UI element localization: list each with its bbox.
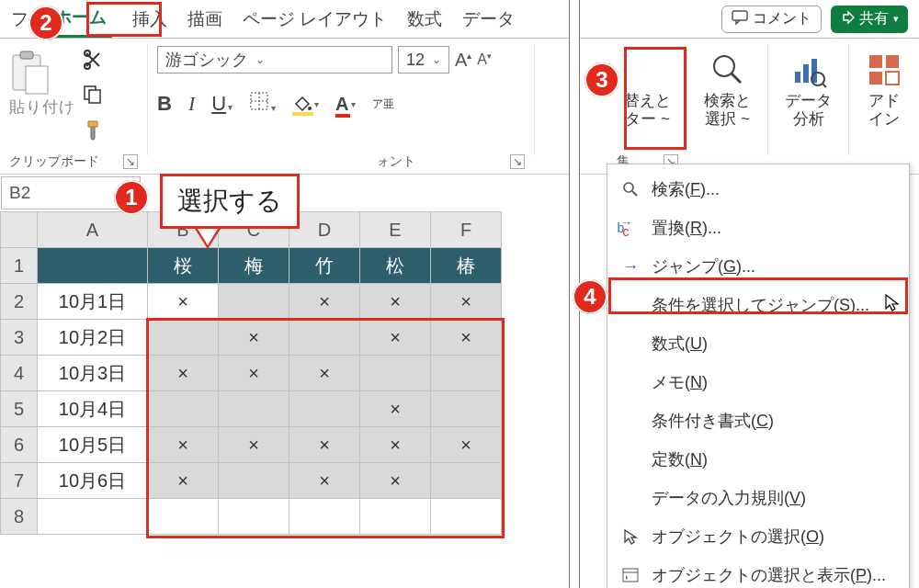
cell[interactable]: 椿 bbox=[431, 248, 502, 284]
cell[interactable]: 10月6日 bbox=[38, 463, 148, 499]
underline-button[interactable]: U▾ bbox=[211, 92, 233, 116]
cell[interactable]: × bbox=[289, 427, 360, 463]
bold-button[interactable]: B bbox=[157, 92, 172, 116]
cell[interactable] bbox=[360, 356, 431, 391]
row-header[interactable]: 4 bbox=[1, 356, 38, 391]
menu-notes[interactable]: メモ(N) bbox=[607, 363, 909, 401]
cell[interactable]: × bbox=[360, 391, 431, 427]
menu-selection-pane[interactable]: オブジェクトの選択と表示(P)... bbox=[607, 556, 909, 588]
menu-data-validation[interactable]: データの入力規則(V) bbox=[607, 479, 909, 517]
share-button[interactable]: 共有 ▾ bbox=[831, 6, 908, 33]
cell[interactable] bbox=[38, 499, 148, 535]
cell[interactable]: × bbox=[289, 284, 360, 320]
cell[interactable]: × bbox=[148, 463, 219, 499]
cell[interactable]: 10月4日 bbox=[38, 391, 148, 427]
cell[interactable]: 10月3日 bbox=[38, 356, 148, 391]
cell[interactable] bbox=[219, 463, 289, 499]
cell[interactable]: × bbox=[148, 356, 219, 391]
italic-button[interactable]: I bbox=[188, 92, 195, 116]
cell[interactable]: × bbox=[360, 284, 431, 320]
row-header[interactable]: 5 bbox=[1, 391, 38, 427]
cell[interactable] bbox=[289, 320, 360, 356]
format-painter-button[interactable] bbox=[83, 119, 103, 147]
find-select-button[interactable]: 検索と選択 ~ bbox=[697, 46, 758, 130]
col-header[interactable]: A bbox=[38, 212, 148, 248]
tab-data[interactable]: データ bbox=[462, 0, 515, 38]
cell[interactable]: × bbox=[360, 427, 431, 463]
cell[interactable]: × bbox=[219, 356, 289, 391]
cell[interactable]: 竹 bbox=[289, 248, 360, 284]
cell[interactable] bbox=[38, 248, 148, 284]
cell[interactable] bbox=[431, 499, 502, 535]
cell[interactable]: × bbox=[360, 320, 431, 356]
cell[interactable]: × bbox=[360, 463, 431, 499]
cell[interactable]: × bbox=[219, 320, 289, 356]
row-header[interactable]: 1 bbox=[1, 248, 38, 284]
cut-button[interactable] bbox=[83, 50, 103, 75]
phonetic-button[interactable]: ア亜 bbox=[372, 98, 394, 109]
cell[interactable]: 松 bbox=[360, 248, 431, 284]
col-header[interactable]: D bbox=[289, 212, 360, 248]
cell[interactable]: 10月1日 bbox=[38, 284, 148, 320]
copy-button[interactable] bbox=[83, 85, 103, 110]
cell[interactable] bbox=[431, 463, 502, 499]
cell[interactable]: × bbox=[431, 427, 502, 463]
cell[interactable]: × bbox=[289, 463, 360, 499]
cell[interactable] bbox=[289, 391, 360, 427]
clipboard-launcher[interactable]: ↘ bbox=[123, 154, 138, 169]
col-header[interactable]: E bbox=[360, 212, 431, 248]
row-header[interactable]: 3 bbox=[1, 320, 38, 356]
cell[interactable]: × bbox=[431, 320, 502, 356]
font-color-button[interactable]: A ▾ bbox=[335, 94, 355, 115]
cell[interactable] bbox=[148, 391, 219, 427]
cell[interactable] bbox=[431, 391, 502, 427]
comments-button[interactable]: コメント bbox=[721, 6, 822, 33]
cell[interactable]: × bbox=[219, 427, 289, 463]
row-header[interactable]: 8 bbox=[1, 499, 38, 535]
sort-filter-button[interactable]: 替えとター ~ bbox=[617, 86, 678, 130]
cell[interactable]: × bbox=[148, 427, 219, 463]
cell[interactable] bbox=[431, 356, 502, 391]
cell[interactable] bbox=[360, 499, 431, 535]
brush-icon bbox=[83, 119, 103, 141]
font-size-combo[interactable]: 12 ⌄ bbox=[398, 46, 449, 74]
menu-select-objects[interactable]: オブジェクトの選択(O) bbox=[607, 517, 909, 556]
shrink-font-button[interactable]: A▾ bbox=[477, 51, 492, 68]
menu-find[interactable]: 検索(F)... bbox=[607, 170, 909, 209]
paste-button[interactable]: 貼り付け bbox=[9, 46, 75, 118]
borders-button[interactable]: ▾ bbox=[249, 91, 276, 117]
menu-cond-format[interactable]: 条件付き書式(C) bbox=[607, 401, 909, 440]
cell[interactable]: × bbox=[431, 284, 502, 320]
select-all-corner[interactable] bbox=[1, 212, 38, 248]
fill-color-button[interactable]: ▾ bbox=[292, 95, 319, 113]
cell[interactable]: × bbox=[289, 356, 360, 391]
tab-file[interactable]: フ bbox=[11, 0, 28, 38]
menu-constants[interactable]: 定数(N) bbox=[607, 440, 909, 479]
menu-goto[interactable]: → ジャンプ(G)... bbox=[607, 247, 909, 286]
menu-goto-special[interactable]: 条件を選択してジャンプ(S)... bbox=[607, 286, 909, 324]
cell[interactable] bbox=[148, 320, 219, 356]
grow-font-button[interactable]: A▴ bbox=[455, 50, 471, 71]
tab-insert[interactable]: 挿入 bbox=[132, 0, 167, 38]
cell[interactable] bbox=[148, 499, 219, 535]
cell[interactable] bbox=[219, 391, 289, 427]
cell[interactable] bbox=[219, 499, 289, 535]
tab-formulas[interactable]: 数式 bbox=[407, 0, 442, 38]
tab-draw[interactable]: 描画 bbox=[187, 0, 222, 38]
font-launcher[interactable]: ↘ bbox=[510, 154, 525, 169]
tab-page-layout[interactable]: ページ レイアウト bbox=[243, 0, 387, 38]
data-analysis-button[interactable]: データ分析 bbox=[777, 46, 839, 130]
cell[interactable] bbox=[289, 499, 360, 535]
row-header[interactable]: 7 bbox=[1, 463, 38, 499]
cell[interactable]: 10月2日 bbox=[38, 320, 148, 356]
cell[interactable]: × bbox=[148, 284, 219, 320]
font-name-combo[interactable]: 游ゴシック ⌄ bbox=[157, 46, 392, 74]
row-header[interactable]: 2 bbox=[1, 284, 38, 320]
menu-replace[interactable]: bc→ 置換(R)... bbox=[607, 209, 909, 247]
col-header[interactable]: F bbox=[431, 212, 502, 248]
addins-button[interactable]: アドイン bbox=[858, 46, 910, 130]
row-header[interactable]: 6 bbox=[1, 427, 38, 463]
menu-formulas[interactable]: 数式(U) bbox=[607, 324, 909, 363]
cell[interactable]: 10月5日 bbox=[38, 427, 148, 463]
cell[interactable] bbox=[219, 284, 289, 320]
